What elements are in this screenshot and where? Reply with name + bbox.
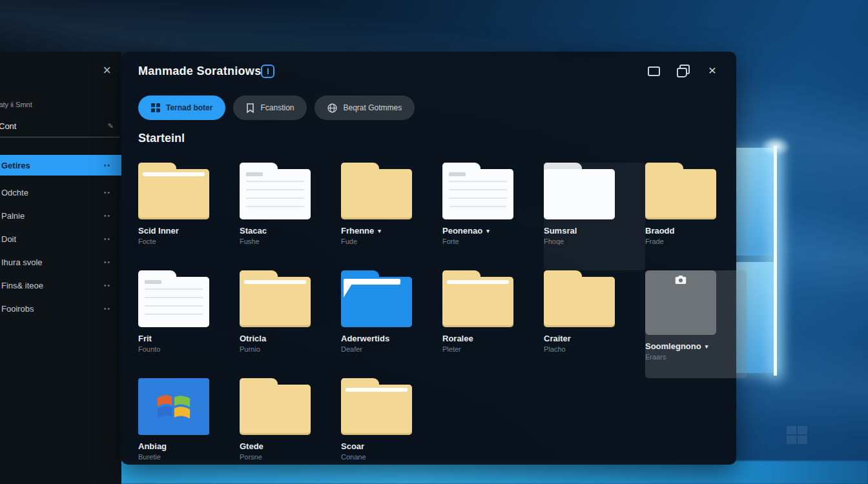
grid-icon: [151, 103, 160, 112]
restore-window-icon[interactable]: [646, 63, 660, 77]
sidebar-item[interactable]: Ihura svole ••: [0, 252, 121, 272]
chevron-down-icon[interactable]: ▾: [486, 228, 490, 234]
globe-icon: [327, 103, 337, 113]
window-title: Manmade Soratniows: [138, 65, 261, 78]
more-dots-icon: ••: [104, 189, 111, 196]
grid-item[interactable]: Craiter Placho: [544, 270, 645, 378]
sidebar-item-label: Fooirobs: [1, 304, 34, 314]
more-dots-icon: ••: [104, 162, 111, 169]
bookmark-icon: [246, 103, 254, 113]
folder-paper-icon: [138, 163, 209, 219]
chevron-down-icon[interactable]: ▾: [705, 343, 708, 350]
grid-item[interactable]: Stacac Fushe: [240, 163, 341, 270]
sidebar-header-text: iaty ii Smnt: [0, 101, 32, 108]
folder-icon: [341, 163, 412, 219]
grid-item[interactable]: Scid Inner Focte: [138, 163, 240, 270]
layers-icon[interactable]: [676, 63, 690, 77]
tab-bar: Ternad boter Fcanstion: [138, 96, 415, 120]
grid-item[interactable]: Roralee Pleter: [442, 270, 544, 378]
folder-icon: [645, 163, 716, 219]
folder-icon: [240, 378, 311, 435]
app-info-icon[interactable]: [261, 65, 274, 78]
edit-icon: ✎: [108, 122, 114, 130]
grid-item[interactable]: Aderwertids Deafer: [341, 270, 442, 378]
main-window: Manmade Soratniows × Ternad boter: [121, 52, 736, 465]
grid-item[interactable]: Frhenne ▾ Fude: [341, 163, 442, 270]
sidebar-item[interactable]: Palnie ••: [0, 205, 121, 226]
section-title: Starteinl: [138, 132, 185, 145]
sidebar-close-icon[interactable]: ×: [103, 63, 111, 77]
wallpaper-window-edge-glow: [774, 146, 777, 376]
titlebar: Manmade Soratniows ×: [121, 52, 736, 89]
more-dots-icon: ••: [104, 259, 111, 266]
more-dots-icon: ••: [104, 212, 111, 219]
grid-item[interactable]: Gtede Porsne: [240, 378, 341, 484]
folder-icon: [544, 270, 615, 327]
sidebar-item[interactable]: Doit ••: [0, 228, 121, 249]
sidebar-divider: [0, 137, 119, 137]
chevron-down-icon[interactable]: ▾: [378, 228, 381, 234]
sidebar-search-row[interactable]: Cont ✎: [0, 121, 114, 131]
folder-paper-icon: [442, 270, 513, 327]
sidebar: × iaty ii Smnt Cont ✎ Getires •• Odchte …: [0, 52, 121, 484]
sidebar-item-label: Doit: [1, 234, 16, 244]
document-folder-icon: [442, 163, 513, 219]
folder-paper-icon: [240, 270, 311, 327]
grid-item[interactable]: Otricla Purnio: [240, 270, 341, 378]
sidebar-item-label: Odchte: [1, 188, 28, 197]
tab-third[interactable]: Beqrat Gotmmes: [315, 96, 415, 120]
sidebar-item[interactable]: Odchte ••: [0, 182, 121, 203]
tab-first[interactable]: Ternad boter: [138, 96, 225, 120]
tab-label: Fcanstion: [260, 103, 294, 112]
windows-watermark-icon: [787, 426, 809, 445]
white-folder-icon: [544, 163, 615, 219]
grid-item[interactable]: Peonenao ▾ Forte: [442, 163, 544, 270]
more-dots-icon: ••: [104, 236, 111, 243]
grid-item[interactable]: Scoar Conane: [341, 378, 442, 484]
tab-second[interactable]: Fcanstion: [233, 96, 307, 120]
document-folder-icon: [240, 163, 311, 219]
sidebar-item[interactable]: Fooirobs ••: [0, 298, 121, 319]
close-icon[interactable]: ×: [705, 63, 719, 77]
desktop: × iaty ii Smnt Cont ✎ Getires •• Odchte …: [0, 0, 868, 484]
windows-logo-icon: [138, 378, 209, 435]
grid-item[interactable]: Frit Founto: [138, 270, 240, 378]
sidebar-item-label: Palnie: [1, 211, 25, 221]
blue-folder-icon: [341, 270, 412, 327]
more-dots-icon: ••: [104, 282, 111, 289]
folder-paper-icon: [341, 378, 412, 435]
sidebar-search-label: Cont: [0, 121, 16, 131]
document-folder-icon: [138, 270, 209, 327]
grid-item[interactable]: Soomlegnono ▾ Eraars: [645, 270, 747, 378]
window-controls: ×: [646, 63, 719, 77]
grid-item[interactable]: Sumsral Fhoqe: [544, 163, 645, 270]
sidebar-item-label: Fins& iteoe: [1, 281, 43, 290]
tab-label: Beqrat Gotmmes: [343, 103, 402, 112]
sidebar-item-label: Getires: [1, 161, 30, 170]
sidebar-item-label: Ihura svole: [1, 257, 43, 267]
image-placeholder-icon: [645, 270, 716, 335]
grid-item[interactable]: Braodd Frade: [645, 163, 747, 270]
sidebar-item[interactable]: Fins& iteoe ••: [0, 275, 121, 296]
wallpaper-glow-bloom: [761, 137, 790, 156]
tab-label: Ternad boter: [166, 103, 212, 112]
sidebar-item-selected[interactable]: Getires ••: [0, 155, 121, 176]
items-grid: Scid Inner Focte Stacac Fushe Frhenne ▾ …: [138, 163, 747, 484]
more-dots-icon: ••: [104, 305, 111, 312]
grid-item[interactable]: Anbiag Buretie: [138, 378, 240, 484]
